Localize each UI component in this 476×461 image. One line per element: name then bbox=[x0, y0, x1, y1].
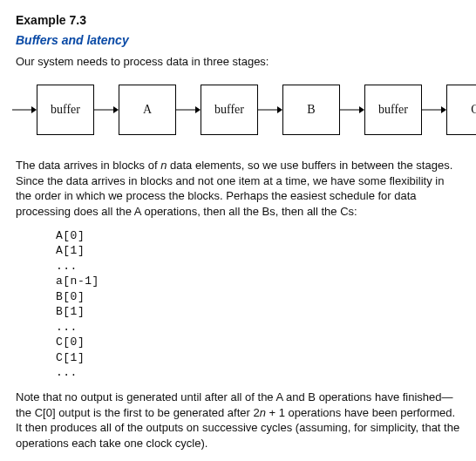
arrow-icon bbox=[12, 105, 37, 115]
diagram-box-stage-b: B bbox=[282, 85, 340, 135]
arrow-icon bbox=[258, 105, 282, 115]
arrow-icon bbox=[340, 105, 364, 115]
paragraph-1: The data arrives in blocks of n data ele… bbox=[16, 158, 460, 219]
arrow-icon bbox=[94, 105, 119, 115]
diagram-box-buffer: buffer bbox=[364, 85, 422, 135]
pipeline-diagram: buffer A buffer B buffer C bbox=[12, 85, 460, 135]
intro-text: Our system needs to process data in thre… bbox=[16, 54, 460, 70]
example-number: Example 7.3 bbox=[16, 12, 460, 29]
example-title: Buffers and latency bbox=[16, 32, 460, 49]
note-paragraph: Note that no output is generated until a… bbox=[16, 390, 460, 451]
diagram-box-buffer: buffer bbox=[201, 85, 258, 135]
para1-pre: The data arrives in blocks of bbox=[16, 159, 160, 172]
arrow-icon bbox=[422, 105, 446, 115]
arrow-icon bbox=[176, 105, 201, 115]
schedule-code: A[0] A[1] ... a[n-1] B[0] B[1] ... C[0] … bbox=[56, 228, 460, 381]
note-n: n bbox=[260, 406, 266, 419]
diagram-box-stage-c: C bbox=[446, 85, 476, 135]
diagram-box-stage-a: A bbox=[119, 85, 176, 135]
diagram-box-buffer: buffer bbox=[37, 85, 94, 135]
